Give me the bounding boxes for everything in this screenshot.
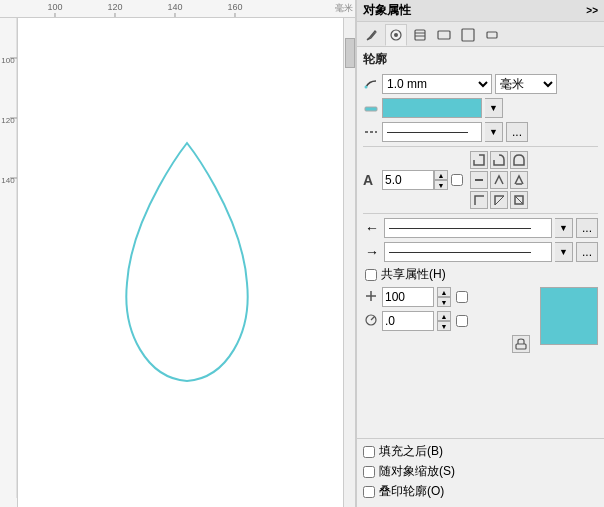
corner-spinners: ▲ ▼ (434, 170, 448, 190)
arrow-left-icon: ← (363, 220, 381, 236)
arrow-right-row: → ▼ ... (363, 242, 598, 262)
corner-style-square[interactable] (470, 151, 488, 169)
svg-point-15 (365, 86, 368, 89)
unit-select[interactable]: 毫米 (495, 74, 557, 94)
svg-rect-13 (462, 29, 474, 41)
opacity-spin-down[interactable]: ▼ (437, 297, 451, 307)
svg-rect-27 (516, 344, 526, 349)
scale-with-row: 随对象缩放(S) (363, 463, 598, 480)
tab-image[interactable] (433, 24, 455, 46)
arrow-right-icon: → (363, 244, 381, 260)
fill-after-label: 填充之后(B) (379, 443, 443, 460)
corner-style-arc[interactable] (510, 151, 528, 169)
svg-rect-12 (438, 31, 450, 39)
arrow-left-line (389, 228, 531, 229)
svg-text:120: 120 (1, 116, 15, 125)
angle-checkbox[interactable] (456, 315, 468, 327)
color-icon (363, 101, 379, 115)
line-style-dots[interactable]: ... (506, 122, 528, 142)
corner-style-extra[interactable] (510, 191, 528, 209)
svg-point-8 (394, 33, 398, 37)
bottom-checkboxes: 填充之后(B) 随对象缩放(S) 叠印轮廓(O) (357, 438, 604, 507)
fill-after-row: 填充之后(B) (363, 443, 598, 460)
arrow-right-line (389, 252, 531, 253)
panel-tabs (357, 22, 604, 47)
svg-rect-14 (487, 32, 497, 38)
color-row: ▼ (363, 98, 598, 118)
drop-shape-svg (87, 123, 287, 403)
opacity-spinners: ▲ ▼ (437, 287, 451, 307)
angle-input[interactable] (382, 311, 434, 331)
corner-value-input[interactable]: 5.0 (382, 170, 434, 190)
tab-expand[interactable] (457, 24, 479, 46)
svg-rect-9 (415, 30, 425, 40)
angle-row: ▲ ▼ (363, 311, 534, 331)
corner-style-dash[interactable] (470, 171, 488, 189)
ruler-mark-120: 120 (107, 2, 122, 17)
corner-spin-up[interactable]: ▲ (434, 170, 448, 180)
svg-line-26 (371, 317, 374, 320)
ruler-mark-160: 160 (227, 2, 242, 17)
fill-after-checkbox[interactable] (363, 446, 375, 458)
corner-input-group: 5.0 ▲ ▼ (382, 170, 448, 190)
tab-paint[interactable] (385, 24, 407, 46)
corner-style-miter[interactable] (490, 171, 508, 189)
panel-expand[interactable]: >> (586, 5, 598, 16)
fill-color-preview[interactable] (540, 287, 598, 345)
corner-style-grid (470, 151, 528, 209)
corner-style-round-top[interactable] (490, 151, 508, 169)
opacity-checkbox[interactable] (456, 291, 468, 303)
svg-text:100: 100 (1, 56, 15, 65)
tab-shrink[interactable] (481, 24, 503, 46)
canvas-scrollbar[interactable] (343, 18, 355, 507)
line-style-dropdown[interactable]: ▼ (485, 122, 503, 142)
opacity-column: ▲ ▼ ▲ ▼ (363, 287, 534, 353)
opacity-icon (363, 289, 379, 306)
stroke-width-row: 1.0 mm 毫米 (363, 74, 598, 94)
stroke-width-select[interactable]: 1.0 mm (382, 74, 492, 94)
opacity-input[interactable] (382, 287, 434, 307)
ruler-mark-100: 100 (47, 2, 62, 17)
overprint-checkbox[interactable] (363, 486, 375, 498)
shared-label: 共享属性(H) (381, 266, 446, 283)
ruler-left: 100 120 140 (0, 18, 18, 507)
ruler-mark-140: 140 (167, 2, 182, 17)
tab-filter[interactable] (409, 24, 431, 46)
opacity-fill-section: ▲ ▼ ▲ ▼ (363, 287, 598, 353)
corner-style-inner[interactable] (470, 191, 488, 209)
tab-pen[interactable] (361, 24, 383, 46)
canvas-area: 100 120 140 160 毫米 100 120 140 (0, 0, 356, 507)
corner-checkbox[interactable] (451, 174, 463, 186)
arrow-left-preview[interactable] (384, 218, 552, 238)
arrow-left-dropdown[interactable]: ▼ (555, 218, 573, 238)
drawing-area (18, 18, 355, 507)
angle-spinners: ▲ ▼ (437, 311, 451, 331)
panel-header: 对象属性 >> (357, 0, 604, 22)
scale-with-checkbox[interactable] (363, 466, 375, 478)
corner-a-icon: A (363, 172, 379, 188)
angle-spin-up[interactable]: ▲ (437, 311, 451, 321)
opacity-row: ▲ ▼ (363, 287, 534, 307)
shared-checkbox[interactable] (365, 269, 377, 281)
color-dropdown-btn[interactable]: ▼ (485, 98, 503, 118)
corner-style-bevel[interactable] (510, 171, 528, 189)
corner-spin-down[interactable]: ▼ (434, 180, 448, 190)
line-style-icon (363, 125, 379, 139)
arrow-left-dots[interactable]: ... (576, 218, 598, 238)
opacity-spin-up[interactable]: ▲ (437, 287, 451, 297)
arrow-right-dropdown[interactable]: ▼ (555, 242, 573, 262)
ruler-unit: 毫米 (335, 2, 353, 15)
scrollbar-thumb[interactable] (345, 38, 355, 68)
arrow-right-preview[interactable] (384, 242, 552, 262)
angle-icon (363, 313, 379, 330)
arrow-right-dots[interactable]: ... (576, 242, 598, 262)
extra-icon-btn[interactable] (512, 335, 530, 353)
stroke-color-preview[interactable] (382, 98, 482, 118)
section-outline-title: 轮廓 (357, 47, 604, 70)
angle-spin-down[interactable]: ▼ (437, 321, 451, 331)
corner-style-invert[interactable] (490, 191, 508, 209)
svg-text:140: 140 (1, 176, 15, 185)
divider-2 (363, 213, 598, 214)
line-style-line (387, 132, 468, 133)
line-style-preview[interactable] (382, 122, 482, 142)
